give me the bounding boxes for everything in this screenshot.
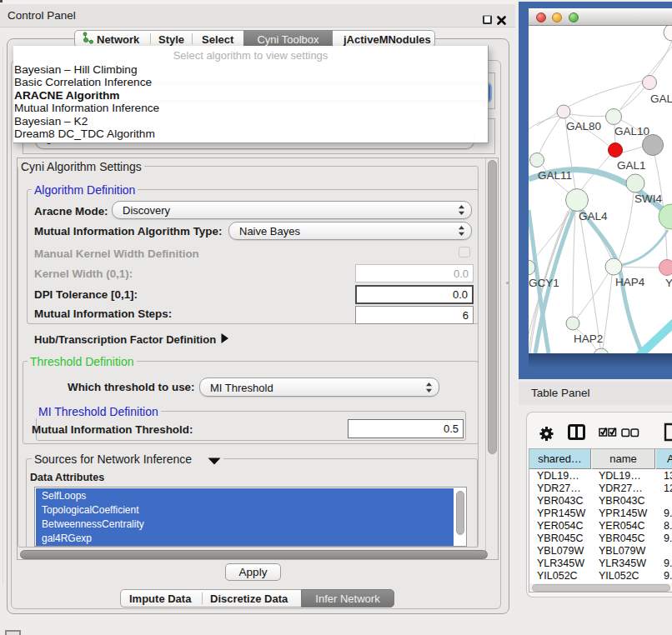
svg-text:HAP2: HAP2 <box>574 332 603 345</box>
svg-text:SWI4: SWI4 <box>634 192 662 205</box>
svg-text:GAL11: GAL11 <box>538 169 572 182</box>
svg-text:GCY1: GCY1 <box>529 277 559 289</box>
svg-text:HAP4: HAP4 <box>615 276 645 288</box>
svg-text:GAL4: GAL4 <box>579 210 608 222</box>
svg-text:GAL1: GAL1 <box>617 159 646 172</box>
svg-text:GAL10: GAL10 <box>614 125 649 138</box>
svg-text:GAL7: GAL7 <box>650 92 672 105</box>
svg-text:Y: Y <box>665 277 672 289</box>
svg-text:GAL80: GAL80 <box>566 120 601 132</box>
